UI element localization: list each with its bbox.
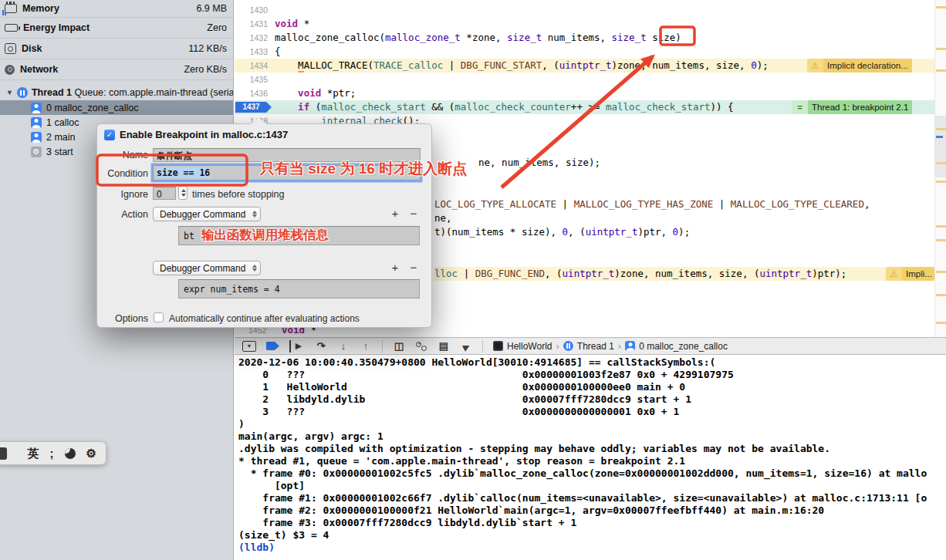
warning-tick[interactable] (936, 162, 946, 164)
sidebar-gauge-memory[interactable]: Memory6.9 MB (0, 0, 233, 18)
step-over-icon[interactable]: ↷ (315, 340, 327, 353)
line-number[interactable]: 1433 (235, 45, 275, 59)
disk-icon (5, 43, 16, 54)
ime-moon-icon[interactable] (65, 448, 76, 459)
code-text: void * (275, 17, 309, 31)
warning-tick[interactable] (936, 239, 946, 241)
ignore-label: Ignore (97, 189, 148, 200)
code-line-1435: 1435 (235, 73, 934, 86)
memory-graph-icon[interactable] (415, 341, 427, 352)
editor-scrollbar-minimap[interactable] (934, 0, 946, 337)
add-action2-button[interactable]: + (389, 261, 401, 274)
breakpoint-editor-popover: ✓ Enable Breakpoint in malloc.c:1437 Nam… (96, 123, 432, 328)
frame-label: 3 start (46, 147, 73, 157)
breadcrumb-item-thread-1[interactable]: Thread 1 (563, 341, 614, 352)
breakpoint-badge[interactable]: =Thread 1: breakpoint 2.1 (792, 100, 934, 114)
ignore-suffix: times before stopping (192, 189, 285, 200)
thread-icon (17, 87, 28, 98)
person-icon (31, 117, 42, 128)
warning-badge[interactable]: ⚠Implicit declaration... (807, 59, 934, 73)
warning-tick[interactable] (936, 271, 946, 273)
hide-debug-area-icon[interactable]: ▼ (242, 341, 256, 352)
condition-field[interactable]: size == 16 (153, 165, 421, 180)
gauge-value: Zero (207, 22, 227, 33)
code-fragment: lloc | DBG_FUNC_END, (uintptr_t)zone, nu… (434, 267, 934, 281)
line-number[interactable]: 1434 (235, 59, 275, 73)
breadcrumb-item-helloworld[interactable]: HelloWorld (493, 341, 552, 352)
breakpoint-name-field[interactable]: 条件断点 (153, 148, 421, 162)
action1-type-dropdown[interactable]: Debugger Command (153, 207, 261, 221)
warning-tick[interactable] (936, 322, 946, 324)
warning-tick[interactable] (936, 294, 946, 296)
step-into-icon[interactable]: ↓ (337, 340, 350, 353)
sidebar-gauge-energy-impact[interactable]: Energy ImpactZero (0, 18, 233, 39)
warning-badge[interactable]: ⚠Impli... (886, 267, 934, 281)
badge-text: Implicit declaration... (823, 59, 912, 73)
code-text: void *ptr; (275, 86, 356, 100)
step-out-icon[interactable]: ↑ (360, 340, 372, 353)
warning-tick[interactable] (936, 128, 946, 130)
stack-frame-0-malloc-zone-calloc[interactable]: 0 malloc_zone_calloc (0, 100, 233, 115)
code-line-1430: 1430 (235, 3, 934, 17)
minimap-viewport[interactable] (935, 116, 946, 177)
environment-overrides-icon[interactable]: ▤ (438, 340, 450, 353)
remove-action2-button[interactable]: − (407, 261, 420, 274)
sidebar-gauge-disk[interactable]: Disk112 KB/s (0, 39, 233, 59)
warning-tick[interactable] (936, 69, 946, 72)
breadcrumb-label: Thread 1 (577, 341, 614, 352)
enable-breakpoint-checkbox[interactable]: ✓ (104, 130, 115, 140)
warning-tick[interactable] (936, 180, 946, 183)
breakpoints-toggle-icon[interactable] (266, 342, 279, 350)
auto-continue-checkbox[interactable] (154, 312, 164, 322)
breadcrumb-item-0-malloc-zone-calloc[interactable]: 0 malloc_zone_calloc (625, 341, 728, 352)
condition-label: Condition (97, 168, 148, 179)
ignore-count-field[interactable]: 0 (153, 187, 176, 200)
frame-label: 0 malloc_zone_calloc (46, 103, 139, 113)
code-line-1431: 1431void * (235, 17, 934, 31)
view-hierarchy-icon[interactable]: ◫ (393, 340, 405, 353)
person-icon (31, 132, 42, 143)
breadcrumb-label: 0 malloc_zone_calloc (639, 341, 728, 352)
sidebar-gauge-network[interactable]: NetworkZero KB/s (0, 59, 233, 80)
warning-tick[interactable] (936, 6, 946, 8)
line-number[interactable]: 1432 (235, 31, 275, 45)
breakpoint-indicator[interactable]: 1437 (235, 100, 275, 114)
line-number[interactable]: 1430 (235, 3, 275, 17)
code-fragment: ne, (434, 211, 452, 225)
disclosure-triangle-icon[interactable]: ▼ (6, 89, 13, 96)
thread-row[interactable]: ▼ Thread 1 Queue: com.apple.main-thread … (0, 85, 233, 100)
equals-icon: = (792, 100, 808, 114)
lldb-prompt[interactable]: (lldb) (238, 541, 946, 554)
ime-gear-icon[interactable]: ⚙ (86, 447, 96, 459)
breadcrumb-separator-icon: › (556, 340, 559, 352)
line-number[interactable]: 1435 (235, 73, 275, 86)
code-text: if (malloc_check_start && (malloc_check_… (275, 100, 734, 114)
ime-punct-icon[interactable]: ; (50, 447, 54, 459)
code-fragment: ne, num_items, size); (478, 156, 600, 170)
action1-command-field[interactable]: bt (178, 226, 420, 245)
gauge-label: Energy Impact (23, 22, 90, 33)
action2-command-field[interactable]: expr num_items = 4 (178, 279, 420, 299)
code-line-1433: 1433{ (235, 45, 934, 59)
simulate-location-icon[interactable]: ▶ (458, 338, 475, 355)
add-action-button[interactable]: + (389, 207, 401, 220)
breakpoint-tick[interactable] (936, 136, 943, 138)
gauge-label: Network (20, 64, 58, 75)
warning-tick[interactable] (936, 48, 946, 50)
continue-icon[interactable]: ▶ (289, 340, 305, 353)
code-line-1432: 1432malloc_zone_calloc(malloc_zone_t *zo… (235, 31, 934, 45)
breadcrumb-label: HelloWorld (507, 341, 552, 352)
input-method-bar: 英;⚙ (0, 441, 106, 465)
line-number[interactable]: 1431 (235, 17, 275, 31)
thread-icon (563, 341, 573, 351)
remove-action-button[interactable]: − (407, 207, 420, 220)
ignore-stepper[interactable] (178, 186, 188, 200)
ime-lang-icon[interactable]: 英 (28, 447, 39, 459)
console-log: 2020-12-06 10:00:40.350479+0800 HelloWor… (238, 356, 946, 541)
action2-type-dropdown[interactable]: Debugger Command (153, 261, 261, 275)
ime-app-icon[interactable] (0, 447, 7, 460)
warning-tick[interactable] (936, 225, 946, 228)
frame-label: 2 main (46, 132, 76, 143)
line-number[interactable]: 1436 (235, 86, 275, 100)
debug-console[interactable]: 2020-12-06 10:00:40.350479+0800 HelloWor… (235, 355, 946, 560)
